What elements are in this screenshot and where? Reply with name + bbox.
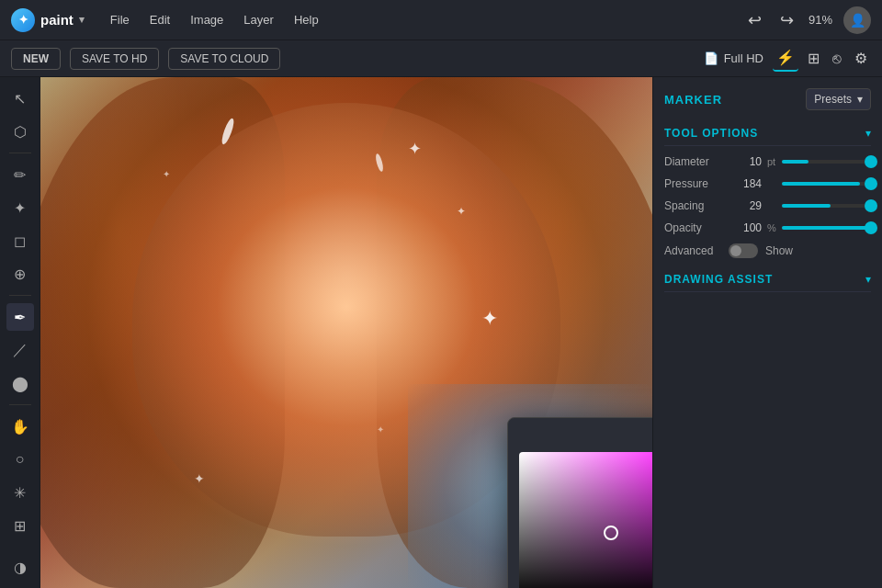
advanced-row: Advanced Show: [664, 243, 871, 258]
presets-chevron-icon: ▾: [857, 93, 863, 106]
toggle-dot: [730, 245, 741, 256]
avatar[interactable]: 👤: [843, 6, 871, 34]
resolution-label: 📄 Full HD: [704, 51, 763, 65]
pressure-slider-thumb: [865, 177, 877, 190]
transform-tool-button[interactable]: ✳: [6, 479, 34, 506]
pressure-label: Pressure: [664, 177, 729, 190]
file-icon: 📄: [704, 51, 718, 65]
grid-tool-button[interactable]: ⊞: [6, 512, 34, 539]
diameter-label: Diameter: [664, 155, 729, 168]
marker-row: MARKER Presets ▾: [664, 88, 871, 110]
marker-label: MARKER: [664, 93, 722, 107]
hand-tool-button[interactable]: ✋: [6, 413, 34, 440]
top-bar: ✦ paint ▾ File Edit Image Layer Help ↩ ↪…: [0, 0, 882, 40]
undo-button[interactable]: ↩: [744, 8, 765, 32]
app-logo[interactable]: ✦ paint ▾: [11, 8, 85, 32]
sparkle-3: ✦: [481, 307, 498, 331]
opacity-slider-thumb: [865, 221, 877, 234]
topbar-right: ↩ ↪ 91% 👤: [744, 6, 871, 34]
color-tool-button[interactable]: ◑: [6, 553, 34, 581]
shape-tool-button[interactable]: ○: [6, 446, 34, 473]
tool-divider-1: [9, 153, 31, 153]
opacity-row: Opacity 100 %: [664, 221, 871, 234]
presets-label: Presets: [814, 93, 852, 106]
fill-tool-button[interactable]: ⬤: [6, 369, 34, 397]
panel-icons: ⚡ ⊞ ⎋ ⚙: [773, 45, 871, 72]
color-picker-body: new current OK Cancel H 288 ° S 88 % V: [519, 452, 652, 588]
menu-file[interactable]: File: [101, 9, 139, 30]
diameter-value: 10: [729, 155, 762, 168]
drawing-assist-chevron-icon: ▾: [865, 273, 871, 286]
marker-tool-button[interactable]: ✒: [6, 303, 34, 331]
pressure-slider[interactable]: [782, 182, 871, 186]
presets-dropdown[interactable]: Presets ▾: [806, 88, 871, 110]
left-toolbar: ↖ ⬡ ✏ ✦ ◻ ⊕ ✒ ／ ⬤ ✋ ○ ✳ ⊞ ◑: [0, 77, 40, 588]
diameter-slider-fill: [782, 160, 808, 164]
spacing-slider-thumb: [865, 199, 877, 212]
color-picker-title: Color Picker: [519, 429, 652, 443]
zoom-label: 91%: [808, 13, 832, 27]
layers-icon-button[interactable]: ⊞: [804, 46, 823, 71]
gradient-dark-overlay: [519, 452, 652, 588]
settings-icon-button[interactable]: ⚙: [851, 46, 871, 71]
spacing-slider[interactable]: [782, 204, 871, 208]
toolbar2: NEW SAVE TO HD SAVE TO CLOUD 📄 Full HD ⚡…: [0, 40, 882, 77]
opacity-unit: %: [767, 222, 782, 233]
opacity-label: Opacity: [664, 221, 729, 234]
brush-tool-button[interactable]: ✦: [6, 194, 34, 221]
right-panel: MARKER Presets ▾ TOOL OPTIONS ▾ Diameter…: [652, 77, 882, 588]
opacity-slider[interactable]: [782, 226, 871, 230]
adjustments-icon-button[interactable]: ⚡: [773, 45, 798, 72]
opacity-slider-fill: [782, 226, 871, 230]
tool-options-section-header[interactable]: TOOL OPTIONS ▾: [664, 121, 871, 146]
tool-divider-2: [9, 295, 31, 296]
advanced-label: Advanced: [664, 244, 729, 257]
line-tool-button[interactable]: ／: [6, 336, 34, 364]
drawing-assist-section-header[interactable]: DRAWING ASSIST ▾: [664, 267, 871, 292]
drawing-assist-title: DRAWING ASSIST: [664, 273, 773, 286]
sparkle-6: ✦: [377, 424, 384, 435]
color-gradient-picker[interactable]: [519, 452, 652, 588]
canvas-area[interactable]: ✦ ✦ ✦ ✦ ✦ ✦ Color Picker: [40, 77, 652, 588]
tool-options-title: TOOL OPTIONS: [664, 127, 758, 140]
tool-options-chevron-icon: ▾: [865, 127, 871, 140]
sparkle-2: ✦: [457, 205, 466, 218]
main-area: ↖ ⬡ ✏ ✦ ◻ ⊕ ✒ ／ ⬤ ✋ ○ ✳ ⊞ ◑ ✦ ✦ ✦: [0, 77, 882, 588]
menu-layer[interactable]: Layer: [234, 9, 283, 30]
pen-tool-button[interactable]: ✏: [6, 161, 34, 188]
sparkle-4: ✦: [163, 169, 170, 179]
menu-edit[interactable]: Edit: [141, 9, 179, 30]
clone-tool-button[interactable]: ⊕: [6, 260, 34, 288]
spacing-slider-fill: [782, 204, 831, 208]
diameter-unit: pt: [767, 156, 782, 167]
select-tool-button[interactable]: ↖: [6, 85, 34, 112]
diameter-slider[interactable]: [782, 160, 871, 164]
eraser-tool-button[interactable]: ◻: [6, 227, 34, 254]
diameter-row: Diameter 10 pt: [664, 155, 871, 168]
export-icon-button[interactable]: ⎋: [829, 47, 845, 71]
sparkle-5: ✦: [194, 471, 205, 486]
spacing-label: Spacing: [664, 199, 729, 212]
pressure-value: 184: [729, 177, 762, 190]
logo-icon: ✦: [11, 8, 35, 32]
diameter-slider-thumb: [865, 155, 877, 168]
advanced-toggle[interactable]: [729, 243, 758, 258]
menu-nav: File Edit Image Layer Help: [101, 9, 328, 30]
new-button[interactable]: NEW: [11, 48, 61, 70]
save-hd-button[interactable]: SAVE TO HD: [70, 48, 159, 70]
tool-divider-3: [9, 404, 31, 405]
menu-help[interactable]: Help: [285, 9, 328, 30]
menu-image[interactable]: Image: [181, 9, 232, 30]
app-name: paint: [40, 12, 74, 28]
pressure-row: Pressure 184: [664, 177, 871, 190]
app-chevron-icon: ▾: [79, 14, 85, 26]
show-label: Show: [765, 244, 793, 257]
opacity-value: 100: [729, 221, 762, 234]
pressure-slider-fill: [782, 182, 860, 186]
lasso-tool-button[interactable]: ⬡: [6, 118, 34, 145]
redo-button[interactable]: ↪: [776, 8, 797, 32]
sparkle-1: ✦: [408, 139, 422, 159]
save-cloud-button[interactable]: SAVE TO CLOUD: [168, 48, 280, 70]
spacing-value: 29: [729, 199, 762, 212]
toolbar2-right: 📄 Full HD ⚡ ⊞ ⎋ ⚙: [704, 45, 871, 72]
